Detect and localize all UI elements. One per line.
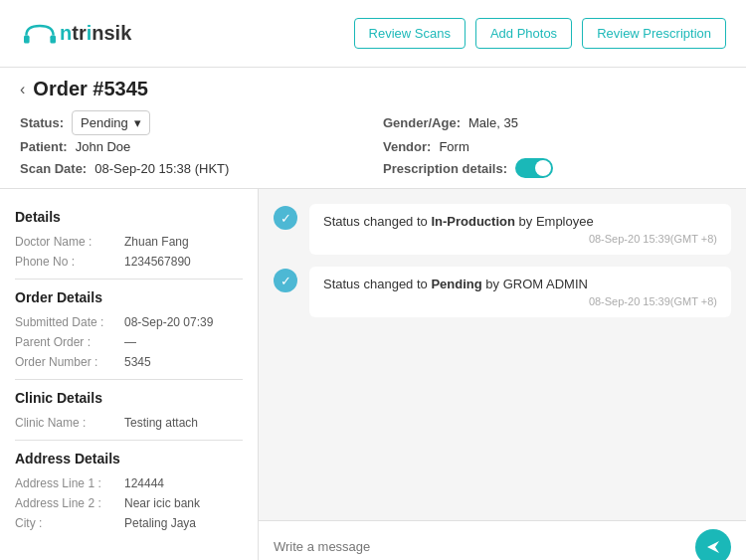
logo-text: ntrinsik — [60, 22, 131, 45]
review-prescription-button[interactable]: Review Prescription — [582, 18, 726, 49]
header-buttons: Review Scans Add Photos Review Prescript… — [354, 18, 726, 49]
clinic-name-value: Testing attach — [124, 416, 198, 430]
add-photos-button[interactable]: Add Photos — [475, 18, 572, 49]
status-label: Status: — [20, 115, 64, 130]
address-line2-label: Address Line 2 : — [15, 496, 124, 510]
address-section-title: Address Details — [15, 451, 243, 467]
phone-row: Phone No : 1234567890 — [15, 255, 243, 269]
doctor-name-value: Zhuan Fang — [124, 235, 189, 249]
back-button[interactable]: ‹ — [20, 81, 25, 98]
logo-icon — [20, 19, 60, 49]
gender-age-label: Gender/Age: — [383, 115, 461, 130]
divider-1 — [15, 279, 243, 280]
address-line2-row: Address Line 2 : Near icic bank — [15, 496, 243, 510]
clinic-section-title: Clinic Details — [15, 390, 243, 406]
status-row: Status: Pending ▾ — [20, 110, 363, 135]
phone-label: Phone No : — [15, 255, 124, 269]
address-line1-row: Address Line 1 : 124444 — [15, 476, 243, 490]
logo: ntrinsik — [20, 19, 131, 49]
send-icon — [705, 539, 721, 555]
patient-label: Patient: — [20, 139, 68, 154]
city-value: Petaling Jaya — [124, 516, 196, 530]
right-panel: ✓ Status changed to In-Production by Emp… — [259, 189, 746, 560]
scan-date-label: Scan Date: — [20, 161, 87, 176]
status-dropdown[interactable]: Pending ▾ — [72, 110, 150, 135]
activity-timestamp: 08-Sep-20 15:39(GMT +8) — [323, 233, 717, 245]
order-title: Order #5345 — [33, 78, 148, 100]
scan-date-row: Scan Date: 08-Sep-20 15:38 (HKT) — [20, 158, 363, 178]
svg-rect-1 — [50, 35, 56, 43]
activity-check-icon: ✓ — [274, 206, 297, 230]
city-label: City : — [15, 516, 124, 530]
main-content: Details Doctor Name : Zhuan Fang Phone N… — [0, 189, 746, 560]
activity-item: ✓ Status changed to In-Production by Emp… — [274, 204, 731, 255]
order-number-label: Order Number : — [15, 355, 124, 369]
status-dropdown-arrow: ▾ — [134, 115, 141, 130]
details-section-title: Details — [15, 209, 243, 225]
svg-rect-0 — [24, 35, 30, 43]
parent-order-row: Parent Order : — — [15, 335, 243, 349]
order-meta: Status: Pending ▾ Gender/Age: Male, 35 P… — [20, 110, 726, 188]
activity-check-icon: ✓ — [274, 269, 297, 292]
activity-timestamp: 08-Sep-20 15:39(GMT +8) — [323, 295, 717, 307]
review-scans-button[interactable]: Review Scans — [354, 18, 466, 49]
prescription-label: Prescription details: — [383, 161, 507, 176]
order-header: ‹ Order #5345 Status: Pending ▾ Gender/A… — [0, 68, 746, 189]
header: ntrinsik Review Scans Add Photos Review … — [0, 0, 746, 68]
gender-age-value: Male, 35 — [468, 115, 518, 130]
clinic-name-label: Clinic Name : — [15, 416, 124, 430]
divider-2 — [15, 379, 243, 380]
order-number-value: 5345 — [124, 355, 151, 369]
activity-message: Status changed to Pending by GROM ADMIN — [323, 277, 717, 291]
submitted-date-row: Submitted Date : 08-Sep-20 07:39 — [15, 315, 243, 329]
activity-message: Status changed to In-Production by Emplo… — [323, 214, 717, 229]
submitted-date-label: Submitted Date : — [15, 315, 124, 329]
left-panel: Details Doctor Name : Zhuan Fang Phone N… — [0, 189, 259, 560]
message-area — [259, 520, 746, 560]
order-title-row: ‹ Order #5345 — [20, 78, 726, 100]
phone-value: 1234567890 — [124, 255, 191, 269]
gender-age-row: Gender/Age: Male, 35 — [383, 110, 726, 135]
doctor-name-row: Doctor Name : Zhuan Fang — [15, 235, 243, 249]
address-line1-value: 124444 — [124, 476, 164, 490]
address-line1-label: Address Line 1 : — [15, 476, 124, 490]
status-value: Pending — [81, 115, 128, 130]
message-input[interactable] — [274, 539, 685, 554]
activity-content: Status changed to In-Production by Emplo… — [309, 204, 731, 255]
order-details-section-title: Order Details — [15, 289, 243, 305]
parent-order-value: — — [124, 335, 136, 349]
prescription-row: Prescription details: — [383, 158, 726, 178]
submitted-date-value: 08-Sep-20 07:39 — [124, 315, 213, 329]
vendor-label: Vendor: — [383, 139, 431, 154]
scan-date-value: 08-Sep-20 15:38 (HKT) — [94, 161, 229, 176]
vendor-value: Form — [439, 139, 468, 154]
activity-feed: ✓ Status changed to In-Production by Emp… — [259, 189, 746, 520]
send-button[interactable] — [695, 529, 731, 561]
divider-3 — [15, 440, 243, 441]
city-row: City : Petaling Jaya — [15, 516, 243, 530]
parent-order-label: Parent Order : — [15, 335, 124, 349]
clinic-name-row: Clinic Name : Testing attach — [15, 416, 243, 430]
prescription-toggle[interactable] — [515, 158, 553, 178]
order-number-row: Order Number : 5345 — [15, 355, 243, 369]
address-line2-value: Near icic bank — [124, 496, 200, 510]
doctor-name-label: Doctor Name : — [15, 235, 124, 249]
activity-item: ✓ Status changed to Pending by GROM ADMI… — [274, 267, 731, 317]
activity-content: Status changed to Pending by GROM ADMIN … — [309, 267, 731, 317]
vendor-row: Vendor: Form — [383, 139, 726, 154]
patient-row: Patient: John Doe — [20, 139, 363, 154]
patient-value: John Doe — [76, 139, 131, 154]
